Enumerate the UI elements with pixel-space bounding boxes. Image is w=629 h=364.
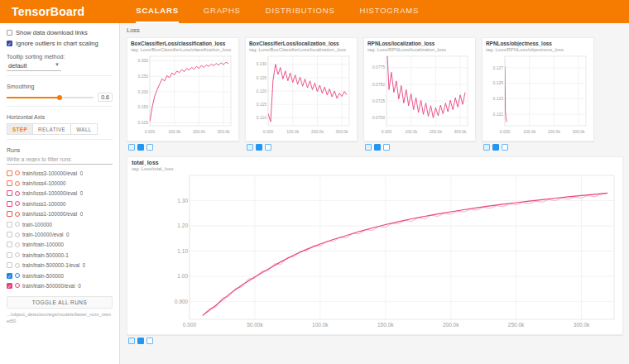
smoothing-slider[interactable] (7, 93, 94, 101)
tooltip-sort-value: default (8, 62, 27, 69)
run-checkbox[interactable] (7, 190, 12, 196)
svg-text:0.000: 0.000 (145, 129, 156, 134)
chart-plot[interactable]: 0.00050.00k100.0k150.0k200.0k250.0k300.0… (132, 173, 618, 328)
svg-text:200.0k: 200.0k (311, 129, 324, 134)
tab-scalars[interactable]: SCALARS (136, 0, 179, 23)
app-header: TensorBoard SCALARSGRAPHSDISTRIBUTIONSHI… (0, 0, 629, 23)
data-table-icon[interactable] (137, 338, 144, 344)
run-color-swatch (15, 283, 20, 288)
run-checkbox[interactable]: ✓ (7, 283, 12, 289)
pin-icon[interactable] (146, 144, 153, 151)
chart-actions (483, 144, 594, 151)
svg-text:300.0k: 300.0k (574, 322, 590, 328)
horizontal-axis-label: Horizontal Axis (7, 114, 113, 120)
divider (7, 106, 113, 107)
smoothing-value[interactable]: 0.6 (98, 93, 113, 102)
run-checkbox[interactable] (7, 170, 12, 176)
svg-text:1.30: 1.30 (177, 198, 188, 204)
chart-container: RPNLoss/objectness_losstag: Loss/RPNLoss… (482, 37, 594, 151)
show-download-links-checkbox[interactable]: Show data download links (7, 29, 113, 36)
run-label: train/loss1-100000/eval_0 (22, 211, 83, 217)
run-row[interactable]: train/loss1-100000 (7, 199, 111, 208)
svg-text:0.125: 0.125 (256, 75, 266, 80)
ignore-outliers-checkbox[interactable]: ✓ Ignore outliers in chart scaling (7, 40, 113, 47)
category-label-loss[interactable]: Loss (127, 26, 622, 34)
fullscreen-icon[interactable] (365, 144, 372, 151)
run-checkbox[interactable] (7, 262, 12, 268)
fullscreen-icon[interactable] (128, 144, 135, 151)
run-checkbox[interactable]: ✓ (7, 273, 12, 279)
chart-title: RPNLoss/objectness_loss (486, 41, 590, 46)
tab-distributions[interactable]: DISTRIBUTIONS (266, 0, 335, 23)
run-row[interactable]: train/loss4-100000/eval_0 (7, 189, 111, 199)
data-table-icon[interactable] (137, 144, 144, 151)
chevron-down-icon: ▼ (55, 62, 60, 69)
fullscreen-icon[interactable] (128, 338, 135, 344)
run-label: train/train-500000 (22, 273, 64, 279)
run-checkbox[interactable] (7, 180, 12, 186)
chart-card: BoxClassifierLoss/classification_losstag… (127, 37, 239, 141)
svg-text:300.0k: 300.0k (573, 129, 586, 134)
axis-relative-button[interactable]: RELATIVE (33, 123, 71, 135)
toggle-all-runs-button[interactable]: TOGGLE ALL RUNS (7, 296, 113, 309)
run-color-swatch (15, 201, 20, 206)
axis-wall-button[interactable]: WALL (71, 123, 98, 135)
chart-plot[interactable]: 0.000100.0k200.0k300.0k0.1300.1250.1200.… (249, 54, 353, 135)
run-checkbox[interactable] (7, 232, 12, 237)
svg-text:100.0k: 100.0k (286, 129, 300, 134)
run-color-swatch (15, 212, 20, 217)
axis-step-button[interactable]: STEP (7, 123, 33, 135)
data-table-icon[interactable] (492, 144, 499, 151)
run-label: train/loss3-100000/eval_0 (22, 170, 83, 176)
data-table-icon[interactable] (256, 144, 262, 151)
slider-fill (7, 97, 59, 98)
data-table-icon[interactable] (374, 144, 381, 151)
svg-text:0.0725: 0.0725 (372, 98, 386, 103)
chart-plot[interactable]: 0.000100.0k200.0k300.0k0.3000.2500.2000.… (131, 54, 235, 135)
logdir-path: .../object_detection/wgs/models/faster_r… (7, 312, 113, 325)
run-checkbox[interactable] (7, 242, 12, 247)
run-row[interactable]: train/loss3-100000/eval_0 (7, 168, 111, 178)
svg-text:0.0775: 0.0775 (372, 65, 386, 69)
run-checkbox[interactable] (7, 252, 12, 258)
run-row[interactable]: train/loss4-100000 (7, 178, 111, 188)
fullscreen-icon[interactable] (247, 144, 253, 151)
pin-icon[interactable] (383, 144, 390, 151)
run-row[interactable]: ✓train/train-500000/eval_0 (7, 280, 111, 290)
run-checkbox[interactable] (7, 201, 12, 207)
chart-title: RPNLoss/localization_loss (367, 41, 472, 46)
pin-icon[interactable] (146, 338, 153, 344)
tab-histograms[interactable]: HISTOGRAMS (360, 0, 420, 23)
svg-text:200.0k: 200.0k (443, 322, 459, 328)
tooltip-sort-select[interactable]: default ▼ (7, 61, 61, 71)
svg-text:0.0750: 0.0750 (372, 82, 386, 87)
run-row[interactable]: train/train-500000-1 (7, 250, 111, 260)
svg-text:0.150: 0.150 (137, 104, 148, 109)
svg-text:150.0k: 150.0k (377, 322, 394, 328)
run-checkbox[interactable] (7, 222, 12, 228)
run-row[interactable]: train-100000 (7, 219, 111, 229)
chart-title: BoxClassifierLoss/classification_loss (131, 41, 235, 46)
svg-text:0.200: 0.200 (137, 89, 148, 94)
run-row[interactable]: train/train-100000 (7, 240, 111, 250)
run-label: train/train-500000/eval_0 (22, 283, 81, 289)
chart-actions (128, 144, 239, 151)
chart-plot[interactable]: 0.000100.0k200.0k300.0k0.07750.07500.072… (367, 54, 472, 135)
pin-icon[interactable] (265, 144, 271, 151)
fullscreen-icon[interactable] (483, 144, 490, 151)
slider-thumb-icon[interactable] (57, 95, 62, 100)
large-chart-section: total_losstag: Loss/total_loss0.00050.00… (127, 156, 622, 344)
run-row[interactable]: ✓train/train-500000 (7, 271, 111, 280)
chart-card: RPNLoss/localization_losstag: Loss/RPNLo… (363, 37, 476, 141)
chart-plot[interactable]: 0.000100.0k200.0k300.0k0.1270.1250.1230.… (486, 54, 590, 135)
pin-icon[interactable] (502, 144, 508, 151)
run-row[interactable]: train/loss1-100000/eval_0 (7, 209, 111, 219)
run-filter-input[interactable] (7, 155, 113, 165)
tab-graphs[interactable]: GRAPHS (204, 0, 241, 23)
run-list[interactable]: train/loss3-100000/eval_0train/loss4-100… (7, 168, 113, 292)
run-color-swatch (15, 170, 20, 175)
run-checkbox[interactable] (7, 211, 12, 217)
run-row[interactable]: train/train-500000-1/eval_0 (7, 261, 111, 271)
svg-text:1.00: 1.00 (177, 273, 188, 279)
run-row[interactable]: train-100000/eval_0 (7, 229, 111, 239)
